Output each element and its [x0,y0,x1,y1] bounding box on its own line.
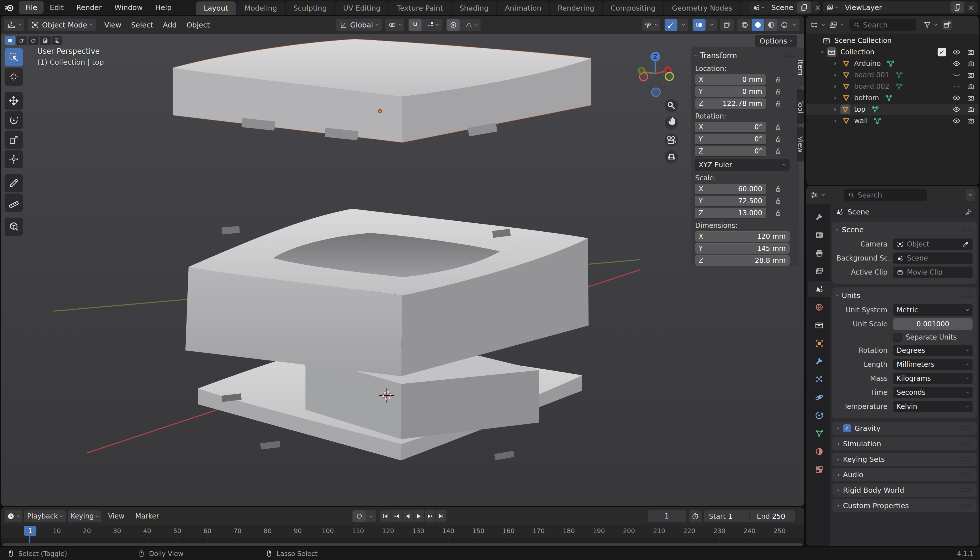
playhead[interactable] [29,535,30,543]
camera-view-button[interactable] [665,133,678,147]
timeline-menu-marker[interactable]: Marker [131,510,163,522]
workspace-tab-uv-editing[interactable]: UV Editing [335,2,388,15]
scene-name[interactable]: Scene [768,3,797,12]
gravity-checkbox[interactable]: ✓ [843,424,851,432]
lock-button[interactable] [766,76,790,83]
camera-icon[interactable] [967,105,975,113]
temperature-dropdown[interactable]: Kelvin› [893,401,973,412]
properties-tab-world[interactable] [808,299,830,315]
workspace-tab-animation[interactable]: Animation [497,2,549,15]
rotation-dropdown[interactable]: Degrees› [893,345,973,356]
mode-dropdown[interactable]: Object Mode› [28,18,96,31]
rotation-y-field[interactable]: Y0° [695,134,766,144]
camera-icon[interactable] [967,94,975,102]
properties-tab-scene[interactable] [808,281,830,297]
timeline-ruler[interactable]: 1 10203040506070809010011012013014015016… [1,525,804,538]
viewlayer-name[interactable]: ViewLayer [841,3,950,12]
active-clip-field[interactable]: Movie Clip [893,267,973,278]
length-dropdown[interactable]: Millimeters› [893,359,973,370]
workspace-tab-modeling[interactable]: Modeling [237,2,285,15]
rotation-x-field[interactable]: X0° [695,122,766,132]
eye-open-icon[interactable] [953,94,960,102]
outliner-editor-icon[interactable] [810,20,819,30]
lock-button[interactable] [766,135,790,143]
toggle-ortho-button[interactable] [665,150,678,163]
autokey-toggle[interactable] [353,510,366,522]
outliner-search[interactable] [850,18,916,31]
rotation-mode-dropdown[interactable]: XYZ Euler› [695,159,790,171]
orientation-dropdown[interactable]: Global› [336,18,382,31]
autokey-dropdown[interactable]: › [368,512,375,520]
falloff-dropdown[interactable]: › [463,18,479,31]
viewport-menu-select[interactable]: Select [126,21,158,29]
current-frame-marker[interactable]: 1 [24,526,37,536]
properties-tab-tool[interactable] [808,209,830,225]
outliner-item-arduino[interactable]: ›Arduino [806,58,979,69]
gizmo-dropdown[interactable]: › [680,18,687,31]
properties-tab-object-data[interactable] [808,425,830,442]
timeline-menu-view[interactable]: View [104,510,129,522]
disable-render-icon[interactable] [967,48,975,56]
menu-edit[interactable]: Edit [43,1,70,14]
scene-unlink-button[interactable]: × [811,3,824,12]
snap-toggle[interactable] [409,18,421,31]
pan-view-button[interactable] [665,117,678,130]
sidebar-tab-view[interactable]: View [797,127,804,162]
viewport-canvas[interactable]: Z Y X + [1,16,804,506]
viewport-menu-object[interactable]: Object [182,21,215,29]
eye-open-icon[interactable] [953,60,960,68]
location-y-field[interactable]: Y0 mm [695,87,766,97]
workspace-tab-rendering[interactable]: Rendering [550,2,602,15]
lock-button[interactable] [766,209,790,217]
sidebar-tab-item[interactable]: Item [797,48,804,87]
options-dropdown[interactable]: Options› [755,35,797,47]
blender-logo-icon[interactable] [4,2,14,13]
eye-open-icon[interactable] [953,117,960,125]
pivot-dropdown[interactable]: › [385,18,405,31]
background-sc--field[interactable]: Scene [893,253,973,264]
use-preview-range-toggle[interactable] [689,510,701,522]
scene-panel-header[interactable]: ›Scene [836,223,973,236]
jump-to-end-button[interactable] [436,510,447,522]
overlays-toggle[interactable] [693,18,706,31]
tool-move-button[interactable] [5,92,23,110]
select-new-button[interactable] [5,36,15,45]
panel-custom-properties[interactable]: ›Custom Properties [833,499,977,512]
timeline-menu-keying[interactable]: Keying› [68,510,102,522]
dimensions-y-field[interactable]: Y145 mm [695,243,790,254]
shading-solid[interactable] [752,18,764,31]
outliner-row-scene-collection[interactable]: Scene Collection [806,35,979,47]
visibility-dropdown[interactable]: › [642,18,660,31]
rotation-z-field[interactable]: Z0° [695,146,766,156]
viewlayer-unlink-button[interactable]: × [964,3,978,12]
properties-editor-icon[interactable] [810,190,819,200]
tool-scale-button[interactable] [5,130,23,149]
workspace-tab-shading[interactable]: Shading [452,2,496,15]
proportional-toggle[interactable] [447,18,460,31]
jump-to-start-button[interactable] [380,510,391,522]
tool-select-box-button[interactable] [5,48,23,67]
tool-rotate-button[interactable] [5,111,23,129]
tool-cursor-button[interactable] [5,68,23,86]
properties-tab-collection[interactable] [808,317,830,333]
workspace-tab-compositing[interactable]: Compositing [603,2,663,15]
snap-settings-dropdown[interactable]: › [425,18,441,31]
expand-icon[interactable]: › [834,60,836,67]
properties-tab-object[interactable] [808,335,830,351]
new-collection-button[interactable] [942,20,952,30]
workspace-tab-sculpting[interactable]: Sculpting [286,2,335,15]
outliner-item-bottom[interactable]: ›bottom [806,92,979,103]
expand-icon[interactable]: › [834,95,836,101]
menu-window[interactable]: Window [108,1,149,14]
lock-button[interactable] [766,147,790,155]
workspace-tab-layout[interactable]: Layout [196,2,236,15]
editor-type-button[interactable]: › [4,18,24,31]
properties-tab-view-layer[interactable] [808,263,830,279]
camera-field[interactable]: Object [893,238,973,250]
scale-z-field[interactable]: Z13.000 [695,208,766,218]
timeline-menu-playback[interactable]: Playback› [24,510,65,522]
properties-tab-constraints[interactable] [808,407,830,423]
time-dropdown[interactable]: Seconds› [893,387,973,398]
unit-scale-slider[interactable]: 0.001000 [893,318,973,330]
menu-help[interactable]: Help [149,1,178,14]
